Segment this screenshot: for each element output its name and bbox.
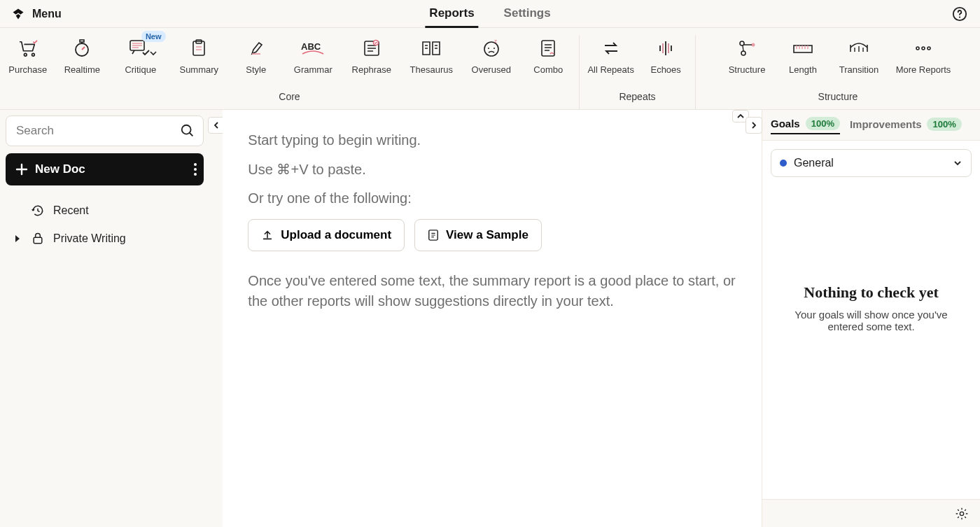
tool-label: Critique — [125, 64, 156, 75]
menu-button[interactable]: Menu — [32, 8, 62, 20]
svg-rect-23 — [34, 237, 42, 243]
sidebar-item-recent[interactable]: Recent — [6, 197, 204, 225]
tab-goals[interactable]: Goals 100% — [771, 117, 840, 134]
book-icon — [420, 36, 442, 60]
svg-point-12 — [484, 42, 498, 56]
document-icon — [428, 229, 439, 241]
bridge-icon — [848, 36, 870, 60]
tool-transition[interactable]: Transition — [830, 35, 888, 75]
tool-purchase[interactable]: Purchase — [3, 35, 53, 75]
help-icon[interactable] — [952, 6, 967, 22]
empty-subtitle: Your goals will show once you've entered… — [779, 309, 963, 332]
gear-icon[interactable] — [955, 507, 969, 521]
chevron-down-icon — [953, 158, 962, 168]
improvements-percent: 100% — [927, 118, 961, 131]
tool-critique[interactable]: New Critique — [111, 35, 169, 75]
tool-rephrase[interactable]: Rephrase — [342, 35, 400, 75]
goals-percent: 100% — [806, 117, 840, 130]
repeat-icon — [601, 36, 622, 60]
search-input[interactable] — [6, 115, 204, 146]
right-panel: Goals 100% Improvements 100% General — [762, 110, 980, 527]
plus-icon — [15, 163, 28, 176]
tired-face-icon: z — [482, 36, 501, 60]
caret-right-icon — [13, 234, 22, 243]
soundwave-icon — [654, 36, 677, 60]
svg-rect-5 — [80, 40, 84, 42]
tab-reports[interactable]: Reports — [425, 0, 478, 28]
empty-title: Nothing to check yet — [779, 283, 963, 302]
top-bar: Menu Reports Settings — [0, 0, 980, 28]
new-doc-label: New Doc — [35, 162, 85, 176]
tool-label: Overused — [472, 64, 511, 75]
goal-dropdown[interactable]: General — [771, 149, 972, 177]
chevron-down-icon — [149, 49, 158, 57]
tool-combo[interactable]: Combo — [520, 35, 576, 75]
search-icon[interactable] — [180, 123, 195, 139]
svg-point-21 — [927, 47, 930, 50]
view-sample-button[interactable]: View a Sample — [414, 219, 542, 251]
sidebar: New Doc Recent — [0, 110, 209, 527]
tool-style[interactable]: Style — [228, 35, 284, 75]
cart-icon — [18, 36, 38, 60]
tool-label: More Reports — [896, 64, 951, 75]
editor-area[interactable]: Start typing to begin writing. Use ⌘+V t… — [223, 110, 762, 527]
editor-helper-text: Once you've entered some text, the summa… — [248, 271, 736, 311]
sidebar-item-private[interactable]: Private Writing — [6, 225, 204, 253]
tool-echoes[interactable]: Echoes — [639, 35, 692, 75]
tool-overused[interactable]: z Overused — [462, 35, 520, 75]
svg-text:ABC: ABC — [301, 41, 321, 52]
combo-icon — [539, 36, 557, 60]
more-vert-icon[interactable] — [194, 163, 197, 176]
tool-realtime[interactable]: Realtime — [53, 35, 111, 75]
svg-point-16 — [752, 43, 755, 47]
new-badge: New — [141, 31, 166, 42]
tool-label: Length — [789, 64, 817, 75]
tool-summary[interactable]: Summary — [170, 35, 228, 75]
tool-thesaurus[interactable]: Thesaurus — [401, 35, 462, 75]
pen-icon — [248, 36, 265, 60]
upload-icon — [261, 229, 274, 241]
upload-document-button[interactable]: Upload a document — [248, 219, 405, 251]
tool-label: Echoes — [650, 64, 680, 75]
tool-label: Thesaurus — [410, 64, 453, 75]
history-icon — [31, 204, 45, 218]
tool-label: Summary — [179, 64, 218, 75]
new-doc-button[interactable]: New Doc — [6, 153, 204, 185]
left-gutter — [209, 110, 223, 527]
svg-point-20 — [922, 47, 925, 50]
logo-icon — [11, 7, 25, 21]
svg-text:z: z — [494, 38, 497, 44]
group-label-structure: Structure — [696, 85, 980, 109]
grammar-icon: ABC — [301, 36, 325, 60]
tool-label: Combo — [533, 64, 563, 75]
tool-label: Rephrase — [352, 64, 391, 75]
dot-icon — [780, 160, 787, 167]
tab-settings[interactable]: Settings — [500, 0, 555, 28]
tab-improvements[interactable]: Improvements 100% — [850, 118, 962, 134]
group-label-core: Core — [0, 85, 580, 109]
stopwatch-icon — [72, 36, 92, 60]
expand-right-button[interactable] — [746, 117, 762, 134]
group-label-repeats: Repeats — [580, 85, 696, 109]
editor-placeholder-3: Or try one of the following: — [248, 190, 736, 206]
tool-more-reports[interactable]: More Reports — [888, 35, 958, 75]
tool-all-repeats[interactable]: All Repeats — [582, 35, 639, 75]
svg-point-1 — [959, 16, 960, 17]
right-footer — [762, 499, 980, 527]
svg-point-17 — [741, 51, 746, 55]
tool-label: Realtime — [64, 64, 100, 75]
tool-length[interactable]: Length — [776, 35, 830, 75]
toolbar: Purchase Realtime New Critiqu — [0, 28, 980, 110]
svg-point-19 — [916, 47, 919, 50]
sidebar-item-label: Recent — [53, 204, 89, 217]
editor-placeholder-1: Start typing to begin writing. — [248, 132, 736, 148]
tool-structure[interactable]: Structure — [718, 35, 776, 75]
tool-label: Transition — [839, 64, 879, 75]
tool-label: All Repeats — [587, 64, 634, 75]
tool-label: Purchase — [8, 64, 47, 75]
tool-grammar[interactable]: ABC Grammar — [284, 35, 342, 75]
tool-label: Grammar — [294, 64, 332, 75]
sidebar-item-label: Private Writing — [53, 232, 126, 245]
svg-point-25 — [960, 512, 963, 515]
editor-placeholder-2: Use ⌘+V to paste. — [248, 161, 736, 178]
